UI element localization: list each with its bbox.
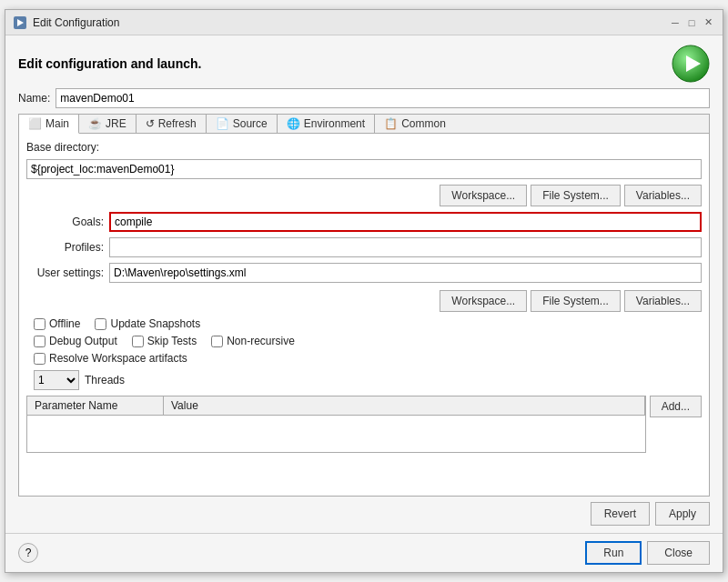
filesystem-button-1[interactable]: File System... [531, 185, 621, 206]
user-settings-input[interactable] [109, 263, 702, 283]
variables-button-1[interactable]: Variables... [624, 185, 702, 206]
tab-common[interactable]: 📋 Common [375, 115, 455, 133]
edit-configuration-dialog: Edit Configuration ─ □ ✕ Edit configurat… [5, 9, 723, 573]
refresh-tab-icon: ↺ [146, 117, 155, 130]
workspace-button-1[interactable]: Workspace... [440, 185, 527, 206]
threads-row: 1 2 4 Threads [26, 370, 702, 390]
update-snapshots-label: Update Snapshots [110, 317, 200, 330]
skip-tests-checkbox-label[interactable]: Skip Tests [132, 335, 197, 347]
name-input[interactable] [56, 88, 710, 108]
debug-output-checkbox[interactable] [34, 336, 46, 347]
checkbox-row-3: Resolve Workspace artifacts [34, 352, 702, 365]
jre-tab-label: JRE [106, 117, 126, 130]
tab-refresh[interactable]: ↺ Refresh [136, 115, 207, 133]
profiles-input[interactable] [109, 237, 702, 257]
resolve-workspace-label: Resolve Workspace artifacts [49, 352, 187, 365]
table-col-name: Parameter Name [27, 396, 164, 415]
environment-tab-icon: 🌐 [287, 117, 300, 130]
revert-button[interactable]: Revert [591, 502, 650, 526]
main-tab-icon: ⬜ [28, 117, 42, 130]
tab-source[interactable]: 📄 Source [207, 115, 278, 133]
run-button[interactable]: Run [585, 541, 642, 565]
source-tab-icon: 📄 [216, 117, 229, 130]
base-directory-input[interactable] [26, 159, 702, 179]
content-area: Name: ⬜ Main ☕ JRE ↺ Refresh 📄 Source 🌐 [5, 88, 723, 533]
table-action-buttons: Add... [650, 396, 702, 417]
variables-button-2[interactable]: Variables... [624, 290, 702, 312]
goals-input[interactable] [109, 212, 702, 232]
header-area: Edit configuration and launch. [5, 35, 723, 88]
parameter-table-section: Parameter Name Value Add... [26, 396, 702, 453]
dialog-title: Edit Configuration [33, 16, 119, 29]
jre-tab-icon: ☕ [88, 117, 102, 130]
title-bar-buttons: ─ □ ✕ [668, 15, 715, 30]
user-settings-row: User settings: [26, 263, 702, 283]
main-tab-label: Main [46, 117, 69, 130]
dialog-icon [13, 15, 27, 30]
table-header: Parameter Name Value [27, 396, 645, 416]
offline-checkbox-label[interactable]: Offline [34, 317, 80, 330]
title-bar: Edit Configuration ─ □ ✕ [5, 10, 723, 35]
table-col-value: Value [164, 396, 645, 415]
filesystem-button-2[interactable]: File System... [531, 290, 621, 312]
goals-row: Goals: [26, 212, 702, 232]
offline-label: Offline [49, 317, 80, 330]
name-label: Name: [18, 92, 50, 105]
update-snapshots-checkbox-label[interactable]: Update Snapshots [95, 317, 200, 330]
skip-tests-checkbox[interactable] [132, 336, 144, 347]
non-recursive-checkbox-label[interactable]: Non-recursive [211, 335, 295, 347]
debug-output-label: Debug Output [49, 335, 117, 347]
tab-main[interactable]: ⬜ Main [19, 115, 79, 134]
parameter-table: Parameter Name Value [26, 396, 646, 453]
run-icon[interactable] [672, 45, 710, 83]
footer-left: ? [18, 543, 38, 563]
non-recursive-label: Non-recursive [227, 335, 295, 347]
checkbox-row-2: Debug Output Skip Tests Non-recursive [34, 335, 702, 347]
tabs-bar: ⬜ Main ☕ JRE ↺ Refresh 📄 Source 🌐 Enviro… [18, 114, 710, 133]
threads-select[interactable]: 1 2 4 [34, 370, 79, 390]
non-recursive-checkbox[interactable] [211, 336, 223, 347]
maximize-button[interactable]: □ [684, 15, 699, 30]
footer-right: Run Close [585, 541, 710, 565]
skip-tests-label: Skip Tests [147, 335, 197, 347]
debug-output-checkbox-label[interactable]: Debug Output [34, 335, 117, 347]
user-settings-buttons: Workspace... File System... Variables... [26, 290, 702, 312]
offline-checkbox[interactable] [34, 318, 46, 330]
close-dialog-button[interactable]: Close [647, 541, 710, 565]
resolve-workspace-checkbox[interactable] [34, 353, 46, 365]
threads-label: Threads [85, 374, 125, 386]
name-row: Name: [18, 88, 710, 108]
source-tab-label: Source [233, 117, 268, 130]
refresh-tab-label: Refresh [158, 117, 197, 130]
resolve-workspace-checkbox-label[interactable]: Resolve Workspace artifacts [34, 352, 187, 365]
user-settings-label: User settings: [26, 266, 104, 279]
environment-tab-label: Environment [304, 117, 365, 130]
profiles-row: Profiles: [26, 237, 702, 257]
base-directory-buttons: Workspace... File System... Variables... [26, 185, 702, 206]
goals-label: Goals: [26, 216, 104, 228]
profiles-label: Profiles: [26, 241, 104, 254]
header-title: Edit configuration and launch. [18, 56, 201, 71]
close-button[interactable]: ✕ [701, 15, 715, 30]
common-tab-icon: 📋 [384, 117, 398, 130]
apply-button[interactable]: Apply [655, 502, 710, 526]
tab-panel-main: Base directory: Workspace... File System… [18, 133, 710, 497]
help-button[interactable]: ? [18, 543, 38, 563]
update-snapshots-checkbox[interactable] [95, 318, 106, 330]
title-bar-left: Edit Configuration [13, 15, 119, 30]
tab-jre[interactable]: ☕ JRE [79, 115, 136, 133]
base-directory-label: Base directory: [26, 141, 702, 154]
common-tab-label: Common [401, 117, 446, 130]
checkboxes-section: Offline Update Snapshots Debug Output Sk… [26, 317, 702, 365]
add-button[interactable]: Add... [650, 396, 702, 417]
tab-environment[interactable]: 🌐 Environment [278, 115, 375, 133]
minimize-button[interactable]: ─ [668, 15, 682, 30]
checkbox-row-1: Offline Update Snapshots [34, 317, 702, 330]
action-buttons: Revert Apply [18, 497, 710, 526]
dialog-footer: ? Run Close [5, 533, 723, 572]
workspace-button-2[interactable]: Workspace... [440, 290, 527, 312]
table-empty-row [27, 416, 645, 452]
base-directory-group: Base directory: Workspace... File System… [26, 141, 702, 206]
